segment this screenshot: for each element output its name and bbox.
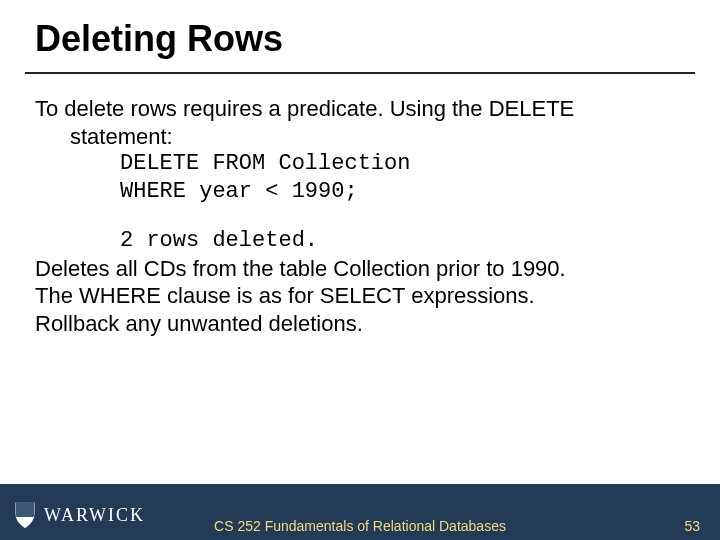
intro-line-2: statement:: [70, 123, 675, 151]
title-underline: [25, 72, 695, 74]
explain-line-3: Rollback any unwanted deletions.: [35, 310, 675, 338]
code-line-2: WHERE year < 1990;: [120, 178, 675, 206]
result-line: 2 rows deleted.: [120, 227, 675, 255]
code-line-1: DELETE FROM Collection: [120, 150, 675, 178]
explain-line-1: Deletes all CDs from the table Collectio…: [35, 255, 675, 283]
slide-title: Deleting Rows: [35, 18, 283, 60]
footer-bar: WARWICK CS 252 Fundamentals of Relationa…: [0, 484, 720, 540]
slide-body: To delete rows requires a predicate. Usi…: [35, 95, 675, 337]
explain-line-2: The WHERE clause is as for SELECT expres…: [35, 282, 675, 310]
blank-line: [35, 205, 675, 227]
page-number: 53: [684, 518, 700, 534]
intro-line-1: To delete rows requires a predicate. Usi…: [35, 95, 675, 123]
slide: Deleting Rows To delete rows requires a …: [0, 0, 720, 540]
course-title: CS 252 Fundamentals of Relational Databa…: [0, 518, 720, 534]
